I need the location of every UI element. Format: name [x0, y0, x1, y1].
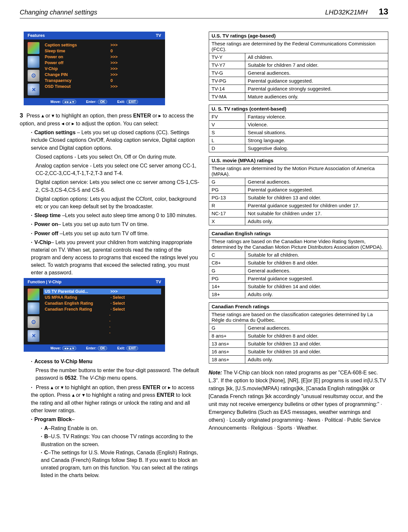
- osd-item: US MPAA Rating· Select: [45, 294, 161, 300]
- osd-item: V-Chip>>>: [45, 66, 161, 72]
- osd-item: Power on>>>: [45, 54, 161, 60]
- arrows-icon: ◂ ▸ ▴ ▾: [62, 346, 76, 350]
- page-number: 13: [379, 7, 388, 16]
- osd-icon-column: [24, 286, 43, 344]
- osd-title-left: Features: [28, 33, 45, 38]
- osd-item: US TV Parental Guid...>>>: [43, 289, 161, 294]
- step-number: 3: [20, 112, 23, 119]
- right-column: U.S. TV ratings (age-based)These ratings…: [209, 32, 389, 480]
- osd-title-right: TV: [156, 280, 161, 284]
- osd-item: Sleep time0: [45, 48, 161, 54]
- tools-icon: [28, 84, 39, 95]
- osd-vchip-menu: Function | V-Chip TV US TV Parental Guid…: [24, 278, 165, 352]
- arrows-icon: ◂ ▸ ▴ ▾: [62, 100, 76, 104]
- picture-icon: [28, 42, 39, 54]
- osd-item: Power off>>>: [45, 60, 161, 66]
- osd-item-list: US TV Parental Guid...>>>US MPAA Rating·…: [43, 286, 165, 344]
- page-header: Changing channel settings LHD32K21MH 13: [20, 7, 388, 18]
- osd-title-bar: Function | V-Chip TV: [24, 278, 165, 286]
- globe-icon: [28, 56, 39, 68]
- header-model: LHD32K21MH: [325, 9, 368, 16]
- osd-icon-column: [24, 39, 43, 98]
- globe-icon: [28, 302, 39, 314]
- osd-item: Change PIN>>>: [45, 72, 161, 78]
- osd-item: Canadian English Rating· Select: [45, 300, 161, 306]
- exit-button-hint: EXIT: [126, 346, 138, 350]
- osd-title-left: Function | V-Chip: [28, 280, 61, 284]
- ok-button-hint: OK: [98, 100, 107, 104]
- osd-item: Canadian French Rating· Select: [45, 306, 161, 312]
- note-paragraph: Note: The V-Chip can block non rated pro…: [209, 369, 389, 432]
- tools-icon: [28, 330, 39, 342]
- left-column: Features TV Caption settings>>>Sleep tim…: [20, 32, 200, 480]
- osd-features-menu: Features TV Caption settings>>>Sleep tim…: [24, 32, 165, 105]
- osd-item: Transpaerncy0: [45, 78, 161, 84]
- osd-item: Caption settings>>>: [45, 42, 161, 48]
- osd-footer: Move:◂ ▸ ▴ ▾ Enter:OK Exit:EXIT: [24, 344, 165, 352]
- osd-title-right: TV: [156, 33, 161, 38]
- us-mpaa-ratings-table: U.S. movie (MPAA) ratingsThese ratings a…: [209, 156, 389, 225]
- gear-icon: [28, 316, 39, 328]
- gear-icon: [28, 70, 39, 82]
- exit-button-hint: EXIT: [126, 100, 138, 104]
- osd-title-bar: Features TV: [24, 32, 165, 39]
- canadian-french-ratings-table: Canadian French ratingsThese ratings are…: [209, 302, 389, 364]
- us-tv-content-ratings-table: U. S. TV ratings (content-based)FVFantas…: [209, 105, 389, 152]
- osd-item-list: Caption settings>>>Sleep time0Power on>>…: [43, 39, 165, 98]
- vchip-access-text: ·Access to V-Chip Menu Press the number …: [31, 358, 200, 479]
- header-left: Changing channel settings: [20, 9, 97, 16]
- osd-footer: Move:◂ ▸ ▴ ▾ Enter:OK Exit:EXIT: [24, 98, 165, 105]
- osd-item: OSD Timeout>>>: [45, 84, 161, 89]
- us-tv-ratings-table: U.S. TV ratings (age-based)These ratings…: [209, 32, 389, 101]
- picture-icon: [28, 289, 39, 300]
- canadian-english-ratings-table: Canadian English ratingsThese ratings ar…: [209, 229, 389, 298]
- step-3-text: 3 Press ▴ or ▾ to highlight an option, t…: [20, 111, 200, 277]
- ok-button-hint: OK: [98, 346, 107, 350]
